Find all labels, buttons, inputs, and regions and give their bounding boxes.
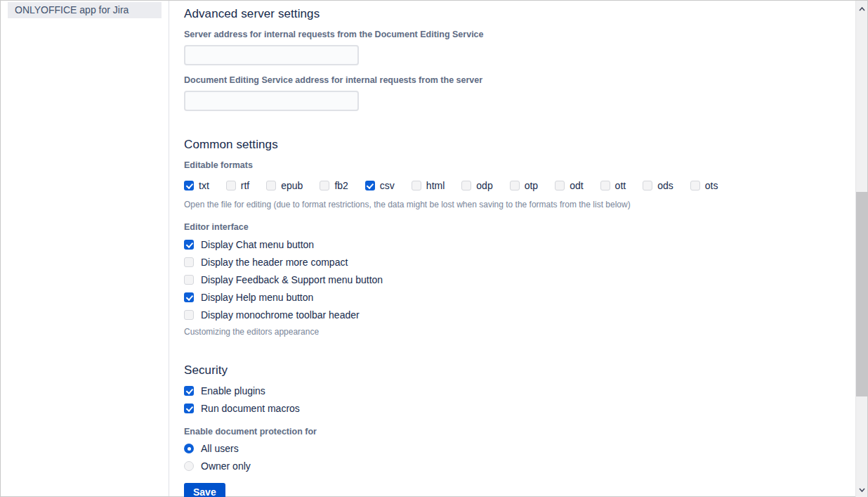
checkbox-icon[interactable] (643, 181, 652, 191)
option-label: Display Help menu button (201, 292, 313, 303)
sidebar: ONLYOFFICE app for Jira (1, 1, 169, 496)
document-protection-label: Enable document protection for (184, 426, 830, 437)
option-label: Enable plugins (201, 385, 265, 396)
checkbox-icon[interactable] (184, 181, 194, 191)
format-checkbox-txt[interactable]: txt (184, 180, 209, 191)
radio-icon[interactable] (184, 461, 194, 471)
checkbox-icon[interactable] (600, 181, 610, 191)
format-checkbox-fb2[interactable]: fb2 (320, 180, 348, 191)
format-checkbox-otp[interactable]: otp (510, 180, 538, 191)
option-label: Run document macros (201, 403, 300, 414)
checkbox-feedback-support[interactable]: Display Feedback & Support menu button (184, 274, 830, 285)
format-checkbox-csv[interactable]: csv (365, 180, 395, 191)
document-protection-radios: All users Owner only (184, 443, 830, 472)
format-label: odp (476, 180, 492, 191)
scrollbar-thumb[interactable] (856, 192, 868, 396)
format-checkbox-odp[interactable]: odp (461, 180, 492, 191)
checkbox-icon[interactable] (412, 181, 421, 191)
editable-formats-hint: Open the file for editing (due to format… (184, 200, 830, 210)
server-address-input[interactable] (184, 45, 359, 65)
checkbox-icon[interactable] (266, 181, 276, 191)
option-label: All users (201, 443, 239, 454)
option-label: Display the header more compact (201, 257, 348, 268)
settings-form: Advanced server settings Server address … (184, 1, 830, 497)
format-label: rtf (241, 180, 249, 191)
checkbox-icon[interactable] (184, 292, 194, 302)
checkbox-icon[interactable] (184, 240, 194, 250)
checkbox-icon[interactable] (690, 181, 700, 191)
checkbox-icon[interactable] (184, 386, 194, 396)
security-title: Security (184, 363, 830, 378)
editor-interface-label: Editor interface (184, 221, 830, 233)
editable-formats-label: Editable formats (184, 160, 830, 171)
format-label: ott (615, 180, 626, 191)
checkbox-icon[interactable] (365, 181, 375, 191)
format-label: ots (705, 180, 718, 191)
format-label: csv (380, 180, 395, 191)
checkbox-icon[interactable] (461, 181, 471, 191)
radio-all-users[interactable]: All users (184, 443, 830, 454)
editor-interface-hint: Customizing the editors appearance (184, 327, 830, 337)
checkbox-enable-plugins[interactable]: Enable plugins (184, 385, 830, 396)
format-label: html (426, 180, 445, 191)
checkbox-icon[interactable] (184, 404, 194, 413)
format-label: txt (199, 180, 209, 191)
checkbox-monochrome-toolbar[interactable]: Display monochrome toolbar header (184, 309, 830, 321)
format-label: ods (657, 180, 673, 191)
format-checkbox-ott[interactable]: ott (600, 180, 626, 191)
advanced-server-settings-title: Advanced server settings (184, 6, 830, 22)
des-address-input[interactable] (184, 91, 359, 111)
format-label: odt (570, 180, 583, 191)
checkbox-icon[interactable] (184, 275, 194, 285)
checkbox-header-compact[interactable]: Display the header more compact (184, 257, 830, 268)
option-label: Display Feedback & Support menu button (201, 274, 383, 285)
common-settings-title: Common settings (184, 137, 830, 153)
checkbox-run-macros[interactable]: Run document macros (184, 403, 830, 414)
checkbox-display-chat-menu[interactable]: Display Chat menu button (184, 239, 830, 250)
scrollbar-up-icon[interactable] (856, 3, 868, 15)
save-button[interactable]: Save (184, 483, 225, 497)
format-checkbox-rtf[interactable]: rtf (226, 180, 249, 191)
format-checkbox-epub[interactable]: epub (266, 180, 303, 191)
format-checkbox-odt[interactable]: odt (555, 180, 583, 191)
scrollbar-down-icon[interactable] (856, 484, 868, 496)
radio-icon[interactable] (184, 444, 194, 453)
format-checkbox-ods[interactable]: ods (643, 180, 673, 191)
sidebar-item-onlyoffice-app[interactable]: ONLYOFFICE app for Jira (8, 2, 162, 18)
security-list: Enable plugins Run document macros (184, 385, 830, 414)
vertical-scrollbar[interactable] (855, 1, 867, 497)
checkbox-help-menu[interactable]: Display Help menu button (184, 292, 830, 303)
settings-page: ONLYOFFICE app for Jira Advanced server … (0, 0, 868, 497)
checkbox-icon[interactable] (555, 181, 565, 191)
checkbox-icon[interactable] (320, 181, 329, 191)
format-label: epub (281, 180, 303, 191)
radio-owner-only[interactable]: Owner only (184, 460, 830, 472)
checkbox-icon[interactable] (510, 181, 520, 191)
editable-formats-row: txt rtf epub fb2 csv html (184, 180, 830, 191)
checkbox-icon[interactable] (184, 257, 194, 267)
option-label: Display Chat menu button (201, 239, 314, 250)
format-checkbox-html[interactable]: html (412, 180, 445, 191)
checkbox-icon[interactable] (226, 181, 236, 191)
format-label: fb2 (334, 180, 348, 191)
format-label: otp (525, 180, 538, 191)
editor-interface-list: Display Chat menu button Display the hea… (184, 239, 830, 321)
checkbox-icon[interactable] (184, 310, 194, 320)
option-label: Display monochrome toolbar header (201, 309, 360, 321)
format-checkbox-ots[interactable]: ots (690, 180, 718, 191)
option-label: Owner only (201, 460, 251, 472)
des-address-label: Document Editing Service address for int… (184, 75, 830, 86)
server-address-label: Server address for internal requests fro… (184, 29, 830, 40)
